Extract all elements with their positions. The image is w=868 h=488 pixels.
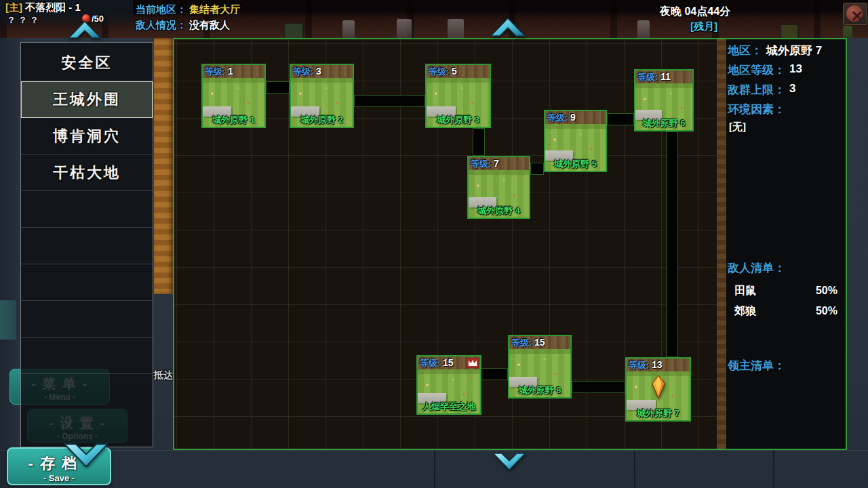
sidebar-empty-row [21, 264, 153, 301]
map-edge [481, 368, 508, 380]
map-scroll-up-icon[interactable] [490, 16, 526, 37]
player-mystery-text: ？？？ [7, 14, 41, 26]
enemy-name: 田鼠 [734, 284, 756, 298]
left-background-panel [0, 38, 20, 488]
sidebar-empty-row [21, 228, 153, 264]
map-edge [473, 128, 485, 156]
map-edge [354, 95, 425, 107]
scroll-down-icon[interactable] [64, 443, 108, 469]
info-level-label: 地区等级： [728, 62, 785, 78]
enemy-name: 郊狼 [734, 304, 756, 319]
node-level: 等级: 5 [429, 66, 457, 78]
close-icon [846, 5, 863, 22]
map-edge [666, 131, 678, 357]
save-button-sublabel: - Save - [8, 473, 110, 483]
panel-seam [773, 450, 774, 488]
map-node[interactable]: 等级: 11城外原野 6 [634, 69, 694, 131]
close-button[interactable] [843, 3, 867, 25]
map-node[interactable]: 等级: 5城外原野 3 [425, 64, 491, 128]
node-level: 等级: 9 [547, 112, 576, 124]
sidebar-item-label: 安全区 [62, 53, 113, 73]
info-enemy-cap-label: 敌群上限： [728, 82, 785, 98]
sidebar-item-2[interactable]: 王城外围 [21, 81, 153, 118]
enemy-status-label: 敌人情况： [136, 19, 186, 32]
node-name: 人烟罕至之地 [418, 401, 480, 413]
node-name: 城外原野 4 [469, 205, 529, 217]
map-node[interactable]: 等级: 3城外原野 2 [290, 64, 354, 128]
node-name: 城外原野 6 [635, 117, 692, 129]
panel-seam [634, 450, 635, 488]
world-map-panel: 地区： 城外原野 7 地区等级： 13 敌群上限： 3 环境因素： [无] 敌人… [173, 38, 847, 450]
map-node[interactable]: 等级: 15城外原野 8 [508, 335, 572, 399]
enemy-rate: 50% [816, 285, 837, 297]
enemy-row: 郊狼50% [734, 301, 837, 321]
node-name: 城外原野 5 [545, 158, 606, 170]
sidebar-empty-row [21, 301, 153, 338]
info-region-label: 地区： [728, 43, 762, 58]
player-location-icon [650, 375, 667, 399]
map-edge [572, 381, 625, 393]
enemy-status-line: 敌人情况： 没有敌人 [136, 19, 230, 32]
map-edge [266, 81, 290, 94]
npc-figure [342, 20, 355, 38]
game-screen: 抵达 [主] 不落烈阳 - 1 ？？？ /50 当前地区： 集结者大厅 敌人情况… [0, 0, 868, 488]
sidebar-item-label: 干枯大地 [53, 163, 121, 183]
map-node[interactable]: 等级: 9城外原野 5 [544, 110, 607, 172]
player-name: 不落烈阳 - 1 [25, 1, 81, 13]
sidebar-scroll-up-icon[interactable] [67, 20, 102, 39]
node-name: 城外原野 2 [291, 114, 353, 126]
npc-figure [448, 19, 464, 38]
node-level: 等级: 15 [511, 337, 545, 349]
info-enemy-cap-value: 3 [789, 82, 795, 98]
map-edge [530, 163, 544, 175]
info-level-row: 地区等级： 13 [728, 62, 802, 78]
enemy-row: 田鼠50% [734, 281, 837, 301]
map-node[interactable]: 等级: 15人烟罕至之地 [416, 355, 481, 415]
wood-pillar-background [154, 38, 174, 294]
lord-list-header: 领主清单： [728, 358, 785, 373]
enemy-status-value: 没有敌人 [189, 19, 230, 32]
player-tag: [主] [5, 1, 22, 13]
side-tab-decor [0, 300, 16, 340]
map-edge [607, 113, 634, 125]
current-region-line: 当前地区： 集结者大厅 [136, 3, 240, 16]
info-enemy-cap-row: 敌群上限： 3 [728, 82, 795, 98]
map-canvas: 地区： 城外原野 7 地区等级： 13 敌群上限： 3 环境因素： [无] 敌人… [174, 39, 846, 449]
sidebar-empty-row [21, 338, 153, 374]
node-level: 等级: 7 [471, 158, 499, 170]
enemy-list: 田鼠50%郊狼50% [734, 281, 837, 321]
sidebar-item-3[interactable]: 博肯洞穴 [21, 118, 153, 155]
map-node[interactable]: 等级: 1城外原野 1 [201, 64, 266, 128]
node-level: 等级: 13 [629, 359, 663, 371]
moon-phase: [残月] [690, 20, 717, 33]
current-region-label: 当前地区： [136, 3, 186, 16]
info-level-value: 13 [789, 62, 802, 78]
node-level: 等级: 1 [205, 66, 233, 78]
enemy-list-header: 敌人清单： [728, 260, 785, 276]
sidebar-item-label: 王城外围 [53, 89, 121, 110]
message-log-fragment: 抵达 [154, 369, 173, 382]
current-region-value: 集结者大厅 [189, 3, 240, 16]
info-environment-label: 环境因素： [728, 102, 785, 117]
region-sidebar: 安全区王城外围博肯洞穴干枯大地 [20, 42, 153, 447]
panel-seam [434, 450, 435, 488]
node-level: 等级: 15 [420, 357, 454, 369]
node-level: 等级: 11 [637, 71, 671, 83]
region-list: 安全区王城外围博肯洞穴干枯大地 [21, 45, 153, 374]
info-environment-row: 环境因素： [728, 102, 789, 117]
info-region-value: 城外原野 7 [766, 43, 822, 58]
map-node[interactable]: 等级: 13城外原野 7 [625, 357, 691, 422]
player-name-line: [主] 不落烈阳 - 1 [5, 1, 81, 14]
enemy-rate: 50% [816, 305, 837, 317]
plant-decor [843, 26, 852, 38]
sidebar-item-4[interactable]: 干枯大地 [21, 155, 153, 191]
game-time: 夜晚 04点44分 [660, 5, 730, 19]
node-name: 城外原野 8 [509, 384, 570, 396]
boss-icon [467, 358, 479, 368]
map-node[interactable]: 等级: 7城外原野 4 [467, 156, 530, 219]
info-region-row: 地区： 城外原野 7 [728, 43, 822, 58]
sidebar-item-1[interactable]: 安全区 [21, 45, 153, 81]
map-scroll-down-icon[interactable] [492, 453, 526, 472]
environment-value: [无] [729, 121, 746, 134]
panel-edge-highlight [0, 450, 868, 451]
